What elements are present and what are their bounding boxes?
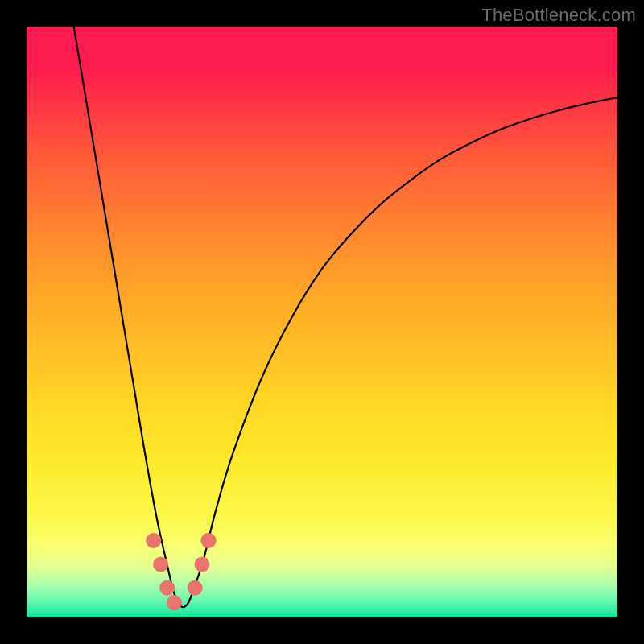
highlight-point (188, 580, 203, 596)
highlight-point (159, 580, 175, 596)
highlight-point (146, 533, 161, 548)
highlight-point (153, 556, 168, 572)
highlight-point (201, 533, 217, 548)
outer-frame: TheBottleneck.com (0, 0, 644, 644)
plot-area (27, 27, 617, 617)
highlight-point (167, 595, 182, 610)
highlight-markers (146, 533, 216, 610)
highlight-point (194, 556, 209, 572)
bottleneck-curve (74, 27, 617, 607)
curve-layer (27, 27, 617, 617)
watermark-text: TheBottleneck.com (481, 5, 636, 26)
